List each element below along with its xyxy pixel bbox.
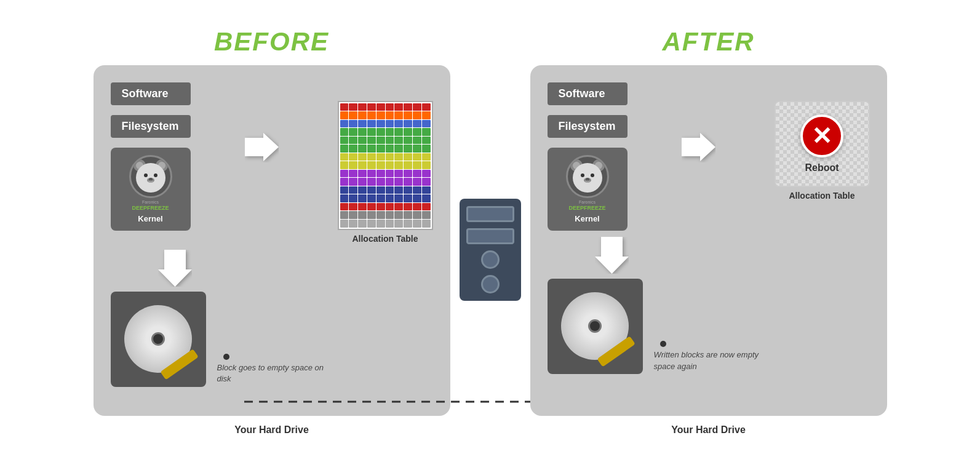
svg-marker-29 — [595, 237, 629, 274]
svg-point-6 — [154, 173, 157, 177]
svg-point-5 — [144, 173, 148, 177]
reboot-label: Reboot — [805, 162, 839, 173]
x-icon: ✕ — [800, 114, 843, 157]
after-hdd — [548, 279, 643, 374]
after-allocation-label: Allocation Table — [789, 191, 855, 201]
before-block-note: Block goes to empty space on disk — [217, 362, 328, 384]
server-slot-2 — [466, 228, 514, 244]
before-kernel-block: FaronicsDEEPFREEZE Kernel — [111, 148, 191, 231]
after-arrow-right — [682, 132, 715, 162]
svg-point-18 — [581, 173, 584, 177]
reboot-content: ✕ Reboot — [800, 114, 843, 173]
before-allocation-col: Allocation Table — [338, 101, 433, 244]
before-hdd-center — [151, 332, 165, 346]
after-filesystem-label: Filesystem — [548, 115, 627, 138]
svg-point-19 — [591, 173, 594, 177]
reboot-box: ✕ Reboot — [775, 101, 870, 187]
svg-marker-11 — [158, 250, 192, 287]
after-block-note-col: Written blocks are now empty space again — [654, 237, 765, 378]
after-bear-icon — [566, 155, 609, 198]
before-top-row: Software Filesystem — [111, 82, 433, 244]
svg-marker-23 — [682, 133, 715, 161]
after-top-row: Software Filesystem — [548, 82, 870, 231]
before-hdd — [111, 292, 206, 387]
before-allocation-label: Allocation Table — [352, 234, 418, 244]
server-slot-1 — [466, 206, 514, 222]
before-panel: Software Filesystem — [94, 65, 450, 416]
before-bottom-row: Block goes to empty space on disk — [111, 250, 433, 391]
after-software-label: Software — [548, 82, 627, 105]
before-block-note-col: Block goes to empty space on disk — [217, 250, 328, 391]
after-allocation-col: ✕ Reboot Allocation Table — [775, 101, 870, 201]
svg-point-9 — [148, 180, 153, 183]
middle-section — [460, 199, 521, 301]
server-circle-1 — [481, 250, 500, 269]
after-bottom-row: Written blocks are now empty space again — [548, 237, 870, 378]
before-hard-drive-label: Your Hard Drive — [94, 424, 450, 436]
before-software-label: Software — [111, 82, 191, 105]
after-hdd-col — [548, 237, 643, 374]
before-section: BEFORE Software Filesystem — [94, 27, 450, 436]
before-allocation-grid — [338, 101, 433, 230]
after-title: AFTER — [663, 27, 755, 57]
after-hdd-center — [588, 319, 602, 333]
server-icon — [460, 199, 521, 301]
before-hdd-col — [111, 250, 206, 387]
before-left-col: Software Filesystem — [111, 82, 191, 231]
after-section: AFTER Software Filesystem — [530, 27, 887, 436]
after-kernel-block: FaronicsDEEPFREEZE Kernel — [548, 148, 627, 231]
after-block-note: Written blocks are now empty space again — [654, 349, 765, 372]
before-arrow-down — [158, 250, 192, 289]
before-title: BEFORE — [214, 27, 329, 57]
after-hard-drive-label: Your Hard Drive — [530, 424, 887, 436]
before-deepfreeze-text: FaronicsDEEPFREEZE — [132, 200, 169, 212]
server-circle-2 — [481, 275, 500, 293]
svg-marker-10 — [245, 133, 279, 161]
before-dot — [223, 354, 229, 360]
after-dot — [660, 341, 666, 347]
after-deepfreeze-text: FaronicsDEEPFREEZE — [568, 200, 605, 212]
after-kernel-label: Kernel — [575, 214, 599, 223]
after-left-col: Software Filesystem — [548, 82, 627, 231]
after-panel: Software Filesystem — [530, 65, 887, 416]
after-arrow-down — [595, 237, 629, 276]
svg-point-22 — [585, 180, 590, 183]
main-container: BEFORE Software Filesystem — [0, 15, 980, 448]
before-bear-icon — [129, 155, 172, 198]
before-arrow-right — [245, 132, 279, 162]
before-kernel-label: Kernel — [138, 214, 162, 223]
before-filesystem-label: Filesystem — [111, 115, 191, 138]
